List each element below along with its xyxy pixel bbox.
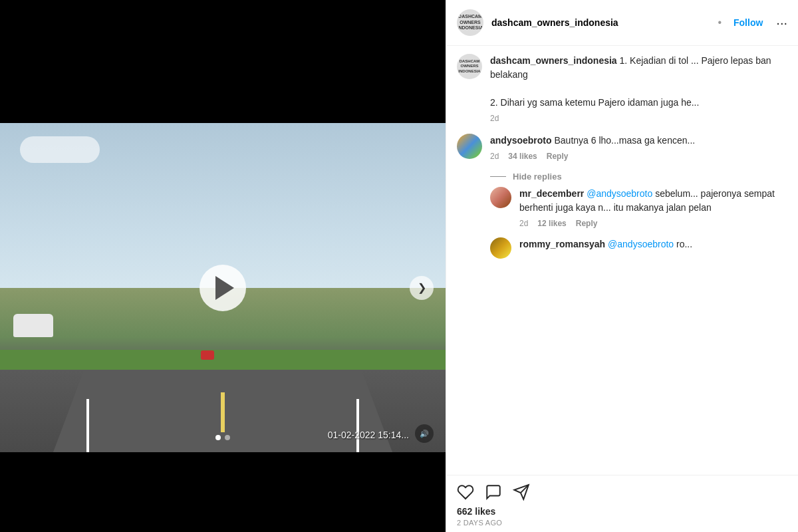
andysoebroto-content: Bautnya 6 lho...masa ga kencen...	[554, 135, 695, 146]
rommy-avatar	[490, 237, 511, 259]
post-author-avatar: DASHCAMOWNERSINDONESIA	[457, 54, 482, 79]
dot-1	[215, 435, 221, 440]
likes-count: 662 likes	[457, 506, 787, 517]
main-post-comment: DASHCAMOWNERSINDONESIA dashcam_owners_in…	[457, 54, 787, 123]
comment-icon	[485, 483, 502, 501]
andysoebroto-time: 2d	[490, 152, 499, 161]
post-avatar-logo: DASHCAMOWNERSINDONESIA	[458, 59, 480, 74]
mr-decemberr-meta: 2d 12 likes Reply	[519, 219, 787, 228]
road-object	[201, 350, 214, 360]
post-header: DASHCAMOWNERSINDONESIA dashcam_owners_in…	[446, 0, 798, 46]
video-frame: ❯ 01-02-2022 15:14... 🔊	[0, 123, 446, 452]
reply-mr-decemberr: mr_decemberr @andysoebroto sebelum... pa…	[490, 187, 787, 228]
play-triangle-icon	[215, 276, 234, 300]
rommy-body: rommy_romansyah @andysoebroto ro...	[519, 237, 787, 259]
hide-replies-line	[490, 176, 506, 178]
rommy-mention[interactable]: @andysoebroto	[608, 239, 674, 249]
caption-line2: 2. Dihari yg sama ketemu Pajero idaman j…	[490, 97, 699, 108]
share-button[interactable]	[513, 483, 530, 501]
road-line	[221, 392, 225, 432]
hide-replies-toggle[interactable]: Hide replies	[490, 172, 787, 182]
andysoebroto-body: andysoebroto Bautnya 6 lho...masa ga ken…	[490, 134, 787, 161]
post-time: 2d	[490, 114, 499, 123]
actions-bar: 662 likes 2 DAYS AGO	[446, 475, 798, 532]
andysoebroto-avatar	[457, 134, 482, 159]
header-avatar: DASHCAMOWNERSINDONESIA	[457, 9, 483, 36]
mr-decemberr-text: mr_decemberr @andysoebroto sebelum... pa…	[519, 187, 787, 215]
hide-replies-label: Hide replies	[513, 172, 562, 182]
andysoebroto-text: andysoebroto Bautnya 6 lho...masa ga ken…	[490, 134, 787, 148]
heart-icon	[457, 483, 474, 501]
mr-decemberr-reply-btn[interactable]: Reply	[576, 219, 598, 228]
andysoebroto-meta: 2d 34 likes Reply	[490, 152, 787, 161]
post-caption-text: dashcam_owners_indonesia 1. Kejadian di …	[490, 54, 787, 110]
comment-andysoebroto: andysoebroto Bautnya 6 lho...masa ga ken…	[457, 134, 787, 161]
share-icon	[513, 483, 530, 501]
andysoebroto-username[interactable]: andysoebroto	[490, 135, 552, 146]
play-button[interactable]	[200, 265, 246, 311]
volume-icon: 🔊	[420, 430, 429, 438]
rommy-content: ro...	[676, 239, 692, 249]
post-date: 2 DAYS AGO	[457, 519, 787, 527]
road-white-left	[86, 399, 89, 452]
road-area	[0, 288, 446, 453]
car-left	[13, 314, 53, 337]
header-username: dashcam_owners_indonesia	[491, 17, 706, 28]
post-caption-body: dashcam_owners_indonesia 1. Kejadian di …	[490, 54, 787, 123]
next-button[interactable]: ❯	[410, 276, 434, 300]
green-divider	[0, 350, 446, 370]
comments-panel: DASHCAMOWNERSINDONESIA dashcam_owners_in…	[446, 0, 798, 532]
more-options-button[interactable]: ···	[776, 15, 787, 31]
clouds	[20, 136, 100, 163]
follow-button[interactable]: Follow	[733, 17, 763, 28]
like-button[interactable]	[457, 483, 474, 501]
separator-dot: •	[718, 17, 722, 29]
slide-dots	[215, 435, 230, 440]
mr-decemberr-mention[interactable]: @andysoebroto	[587, 188, 652, 199]
video-panel: ❯ 01-02-2022 15:14... 🔊	[0, 0, 446, 532]
action-icons-row	[457, 483, 787, 501]
comments-scroll[interactable]: DASHCAMOWNERSINDONESIA dashcam_owners_in…	[446, 46, 798, 475]
comment-button[interactable]	[485, 483, 502, 501]
mr-decemberr-username[interactable]: mr_decemberr	[519, 188, 584, 199]
rommy-username[interactable]: rommy_romansyah	[519, 239, 605, 249]
reply-rommy: rommy_romansyah @andysoebroto ro...	[490, 237, 787, 259]
andysoebroto-reply-btn[interactable]: Reply	[547, 152, 569, 161]
road-white-right	[356, 399, 359, 452]
andysoebroto-likes: 34 likes	[508, 152, 537, 161]
video-timestamp: 01-02-2022 15:14...	[328, 430, 409, 440]
video-bottom-black	[0, 452, 446, 532]
mr-decemberr-body: mr_decemberr @andysoebroto sebelum... pa…	[519, 187, 787, 228]
mr-decemberr-avatar	[490, 187, 511, 208]
volume-button[interactable]: 🔊	[415, 424, 434, 443]
video-top-black	[0, 0, 446, 123]
mr-decemberr-time: 2d	[519, 219, 528, 228]
post-meta: 2d	[490, 114, 787, 123]
rommy-text: rommy_romansyah @andysoebroto ro...	[519, 237, 787, 251]
chevron-right-icon: ❯	[418, 281, 426, 294]
avatar-logo-text: DASHCAMOWNERSINDONESIA	[458, 14, 483, 31]
post-caption-username[interactable]: dashcam_owners_indonesia	[490, 55, 617, 66]
mr-decemberr-likes: 12 likes	[537, 219, 566, 228]
dot-2	[225, 435, 230, 440]
